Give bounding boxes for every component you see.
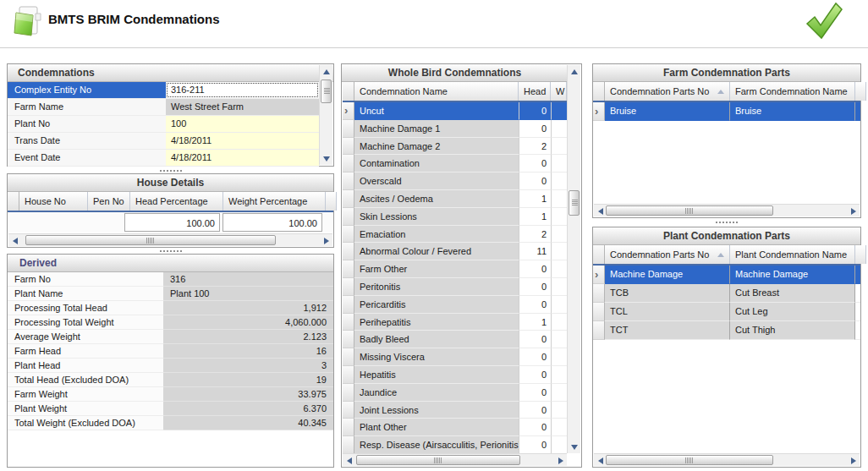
condemnation-name-cell[interactable]: Farm Other xyxy=(354,260,519,278)
weight-cell[interactable] xyxy=(551,348,567,366)
scroll-left-button[interactable] xyxy=(8,234,21,247)
parts-no-cell[interactable]: TCB xyxy=(605,284,730,303)
weight-cell[interactable] xyxy=(551,155,567,173)
head-count-cell[interactable]: 0 xyxy=(519,331,551,348)
whole-bird-row[interactable]: Abnormal Colour / Fevered 11 xyxy=(343,243,567,260)
column-header-condemnation-name[interactable]: Condemnation Name xyxy=(354,82,519,101)
condemnation-name-cell[interactable]: Ascites / Oedema xyxy=(354,190,519,208)
column-header-plant-condemnation-name[interactable]: Plant Condemnation Name xyxy=(730,245,855,264)
column-header-condemnation-parts-no[interactable]: Condemnation Parts No xyxy=(605,82,730,101)
head-count-cell[interactable]: 0 xyxy=(519,436,551,453)
condemnations-vertical-scrollbar[interactable] xyxy=(319,65,332,165)
plant-parts-horizontal-scrollbar[interactable] xyxy=(594,453,860,466)
whole-bird-row[interactable]: Uncut 0 xyxy=(343,102,567,120)
whole-bird-row[interactable]: Jaundice 0 xyxy=(343,384,567,402)
condemnation-name-cell[interactable]: Contamination xyxy=(354,155,519,173)
row-indicator-cell[interactable] xyxy=(343,314,354,331)
column-header-weight-truncated[interactable]: W xyxy=(551,82,567,101)
condemnation-name-cell[interactable]: Resp. Disease (Airsacculitis, Perionitis… xyxy=(354,436,519,453)
whole-bird-row[interactable]: Machine Damage 2 2 xyxy=(343,138,567,156)
scroll-down-button[interactable] xyxy=(320,152,332,165)
row-indicator-cell[interactable] xyxy=(593,266,605,284)
condemnation-name-cell[interactable]: Overscald xyxy=(354,173,519,190)
head-count-cell[interactable]: 0 xyxy=(519,173,551,190)
parts-no-cell[interactable]: TCL xyxy=(605,303,730,321)
weight-cell[interactable] xyxy=(551,190,567,208)
weight-cell[interactable] xyxy=(551,173,567,190)
row-indicator-cell[interactable] xyxy=(343,348,354,366)
row-indicator-cell[interactable] xyxy=(593,303,605,321)
row-indicator-cell[interactable] xyxy=(343,120,354,138)
whole-bird-row[interactable]: Resp. Disease (Airsacculitis, Perionitis… xyxy=(343,436,567,453)
field-value[interactable]: West Street Farm xyxy=(166,99,319,115)
column-header-weight-percentage[interactable]: Weight Percentage xyxy=(223,192,326,211)
right-splitter[interactable] xyxy=(592,220,861,224)
whole-bird-row[interactable]: Perihepatitis 1 xyxy=(343,314,567,331)
scroll-left-button[interactable] xyxy=(594,205,607,217)
head-count-cell[interactable]: 2 xyxy=(519,226,551,244)
whole-bird-row[interactable]: Overscald 0 xyxy=(343,173,567,190)
scroll-down-button[interactable] xyxy=(568,441,580,453)
field-label[interactable]: Trans Date xyxy=(8,133,166,149)
row-indicator-cell[interactable] xyxy=(343,243,354,260)
parts-no-cell[interactable]: Machine Damage xyxy=(605,266,730,284)
head-count-cell[interactable]: 0 xyxy=(519,402,551,419)
weight-cell[interactable] xyxy=(551,138,567,156)
whole-bird-row[interactable]: Ascites / Oedema 1 xyxy=(343,190,567,208)
condemnation-name-cell[interactable]: Badly Bleed xyxy=(354,331,519,348)
weight-cell[interactable] xyxy=(551,314,567,331)
weight-cell[interactable] xyxy=(551,102,567,120)
condemnation-name-cell[interactable]: Emaciation xyxy=(354,226,519,244)
column-header-house-no[interactable]: House No xyxy=(19,192,88,211)
whole-bird-row[interactable]: Badly Bleed 0 xyxy=(343,331,567,348)
condemnation-name-cell[interactable]: Hepatitis xyxy=(354,366,519,384)
whole-bird-row[interactable]: Missing Viscera 0 xyxy=(343,348,567,366)
condemnation-name-cell[interactable]: Abnormal Colour / Fevered xyxy=(354,243,519,260)
condemnation-name-cell[interactable]: Jaundice xyxy=(354,384,519,402)
head-count-cell[interactable]: 0 xyxy=(519,384,551,402)
scroll-thumb[interactable] xyxy=(606,455,773,465)
parts-no-cell[interactable]: TCT xyxy=(605,321,730,340)
column-header-head[interactable]: Head xyxy=(519,82,551,101)
field-value[interactable]: 316-211 xyxy=(166,82,319,98)
column-header-head-percentage[interactable]: Head Percentage xyxy=(130,192,223,211)
row-indicator-cell[interactable] xyxy=(593,284,605,303)
column-header-condemnation-parts-no[interactable]: Condemnation Parts No xyxy=(605,245,730,264)
whole-bird-row[interactable]: Plant Other 0 xyxy=(343,419,567,436)
whole-bird-horizontal-scrollbar[interactable] xyxy=(343,453,567,466)
row-indicator-cell[interactable] xyxy=(343,278,354,296)
whole-bird-row[interactable]: Farm Other 0 xyxy=(343,260,567,278)
weight-cell[interactable] xyxy=(551,384,567,402)
weight-cell[interactable] xyxy=(551,436,567,453)
scroll-thumb[interactable] xyxy=(25,235,276,245)
whole-bird-row[interactable]: Peritonitis 0 xyxy=(343,278,567,296)
head-count-cell[interactable]: 0 xyxy=(519,296,551,314)
row-indicator-cell[interactable] xyxy=(343,436,354,453)
row-indicator-cell[interactable] xyxy=(593,102,605,121)
scroll-right-button[interactable] xyxy=(847,454,860,467)
weight-cell[interactable] xyxy=(551,296,567,314)
head-count-cell[interactable]: 1 xyxy=(519,208,551,226)
row-indicator-cell[interactable] xyxy=(343,226,354,244)
condemnation-name-cell[interactable]: Missing Viscera xyxy=(354,348,519,366)
parts-name-cell[interactable]: Cut Thigh xyxy=(730,321,855,340)
confirm-check-icon[interactable] xyxy=(802,2,844,41)
scroll-right-button[interactable] xyxy=(847,205,860,217)
weight-cell[interactable] xyxy=(551,331,567,348)
parts-no-cell[interactable]: Bruise xyxy=(605,102,730,121)
condemnation-name-cell[interactable]: Peritonitis xyxy=(354,278,519,296)
whole-bird-row[interactable]: Emaciation 2 xyxy=(343,226,567,244)
farm-parts-row[interactable]: Bruise Bruise xyxy=(593,102,860,121)
whole-bird-row[interactable]: Hepatitis 0 xyxy=(343,366,567,384)
plant-parts-row[interactable]: Machine Damage Machine Damage xyxy=(593,266,860,284)
condemnation-name-cell[interactable]: Skin Lessions xyxy=(354,208,519,226)
weight-cell[interactable] xyxy=(551,260,567,278)
scroll-left-button[interactable] xyxy=(594,454,607,467)
scroll-left-button[interactable] xyxy=(343,454,355,467)
head-count-cell[interactable]: 2 xyxy=(519,138,551,156)
whole-bird-row[interactable]: Contamination 0 xyxy=(343,155,567,173)
weight-cell[interactable] xyxy=(551,366,567,384)
field-value[interactable]: 100 xyxy=(166,116,319,132)
head-count-cell[interactable]: 11 xyxy=(519,243,551,260)
scroll-right-button[interactable] xyxy=(320,234,332,247)
